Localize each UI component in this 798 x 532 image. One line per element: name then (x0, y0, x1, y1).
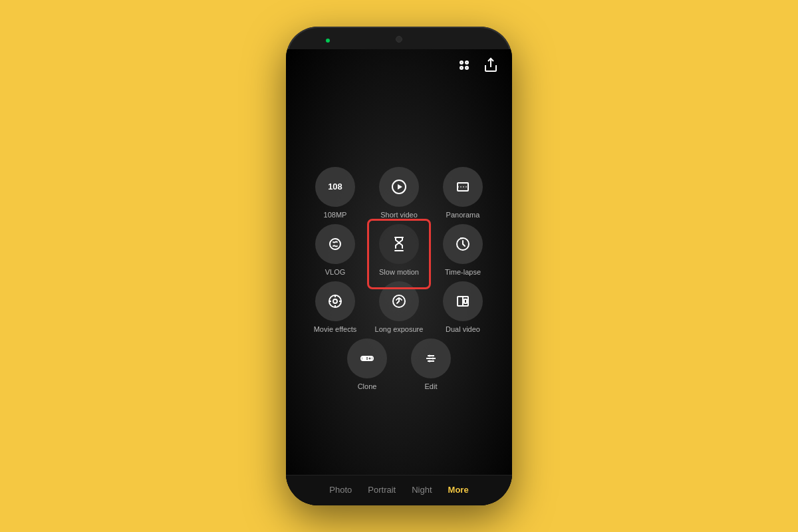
front-camera (396, 36, 402, 43)
svg-point-26 (429, 354, 431, 356)
grid-row-4: Clone Edi (340, 338, 458, 390)
svg-point-21 (363, 356, 366, 360)
svg-point-3 (466, 66, 468, 69)
short-video-icon-circle[interactable] (379, 167, 419, 207)
mode-vlog[interactable]: VLOG (309, 224, 362, 276)
share-icon[interactable] (483, 57, 499, 76)
grid-icon[interactable] (456, 57, 472, 76)
phone-screen: 108 108MP Short video (286, 49, 512, 505)
nav-photo[interactable]: Photo (329, 485, 352, 495)
mode-slow-motion[interactable]: Slow motion (372, 224, 426, 276)
mode-dual-video[interactable]: Dual video (436, 281, 489, 333)
short-video-label: Short video (380, 211, 418, 219)
movie-effects-icon-circle[interactable] (315, 281, 355, 321)
dual-video-icon-circle[interactable] (443, 281, 483, 321)
dual-video-label: Dual video (446, 325, 480, 333)
108mp-text: 108 (328, 182, 342, 192)
led-indicator (326, 39, 330, 43)
108mp-icon-circle[interactable]: 108 (315, 167, 355, 207)
clone-icon-circle[interactable] (347, 338, 387, 378)
panorama-icon-circle[interactable] (443, 167, 483, 207)
vlog-icon-circle[interactable] (315, 224, 355, 264)
svg-point-2 (460, 66, 463, 69)
svg-point-11 (333, 299, 337, 303)
mode-movie-effects[interactable]: Movie effects (309, 281, 362, 333)
mode-edit[interactable]: Edit (404, 338, 458, 390)
nav-more[interactable]: More (448, 485, 469, 495)
long-exposure-label: Long exposure (375, 325, 424, 333)
panorama-label: Panorama (446, 211, 480, 219)
svg-point-22 (368, 356, 372, 360)
vlog-label: VLOG (325, 268, 346, 276)
mode-panorama[interactable]: Panorama (436, 167, 489, 219)
edit-icon-circle[interactable] (411, 338, 451, 378)
phone-top-bar (286, 27, 512, 49)
long-exposure-icon-circle[interactable] (379, 281, 419, 321)
mode-grid: 108 108MP Short video (286, 82, 512, 475)
mode-time-lapse[interactable]: Time-lapse (436, 224, 489, 276)
top-toolbar (286, 49, 512, 82)
svg-point-1 (466, 61, 468, 64)
phone-frame: 108 108MP Short video (286, 27, 512, 505)
nav-portrait[interactable]: Portrait (368, 485, 396, 495)
svg-point-27 (432, 357, 434, 359)
svg-point-0 (460, 61, 463, 64)
time-lapse-icon-circle[interactable] (443, 224, 483, 264)
movie-effects-label: Movie effects (314, 325, 357, 333)
svg-point-28 (429, 360, 431, 362)
grid-row-2: VLOG Slow motion (309, 224, 489, 276)
edit-label: Edit (425, 382, 438, 390)
bottom-nav: Photo Portrait Night More (286, 475, 512, 505)
clone-label: Clone (358, 382, 377, 390)
slow-motion-icon-circle[interactable] (379, 224, 419, 264)
slow-motion-label: Slow motion (379, 268, 419, 276)
grid-row-1: 108 108MP Short video (309, 167, 489, 219)
mode-108mp[interactable]: 108 108MP (309, 167, 362, 219)
108mp-label: 108MP (324, 211, 347, 219)
grid-row-3: Movie effects Long exposure (309, 281, 489, 333)
mode-long-exposure[interactable]: Long exposure (372, 281, 426, 333)
svg-marker-6 (398, 184, 402, 190)
mode-short-video[interactable]: Short video (372, 167, 426, 219)
mode-clone[interactable]: Clone (340, 338, 394, 390)
time-lapse-label: Time-lapse (445, 268, 481, 276)
svg-rect-19 (464, 299, 467, 303)
nav-night[interactable]: Night (412, 485, 432, 495)
